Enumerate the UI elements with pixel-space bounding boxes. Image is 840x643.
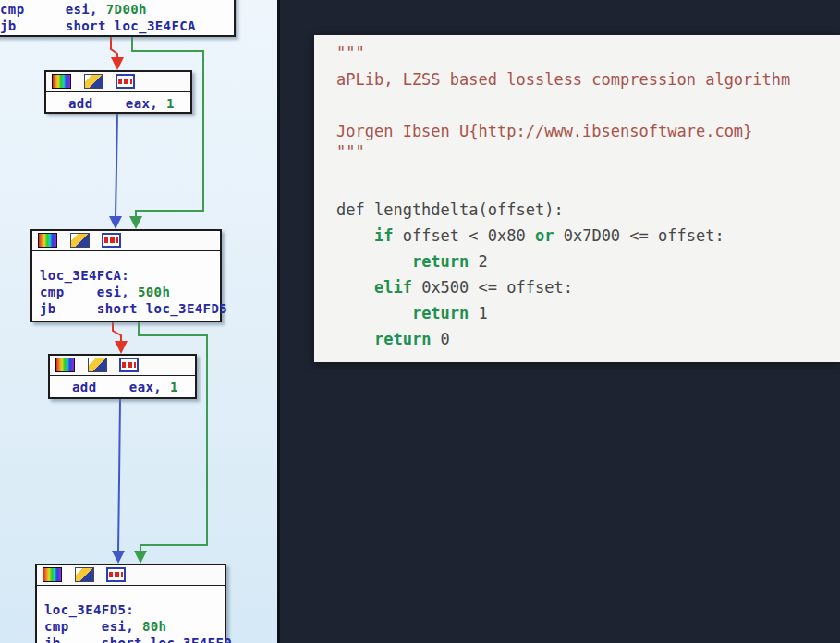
- keyword-text: elif: [374, 278, 412, 297]
- block-header: [32, 231, 220, 251]
- keyword-text: return: [374, 330, 431, 348]
- code-line: return 1: [336, 302, 488, 324]
- block-header: [46, 72, 190, 92]
- basic-block-loc-3E4FD5[interactable]: loc_3E4FD5: cmp esi, 80h jb short loc_3E…: [35, 564, 226, 643]
- disassembly-graph-pane[interactable]: cmp esi, 7D00h jb short loc_3E4FCA add e…: [0, 0, 280, 643]
- asm-text: cmp esi,: [40, 285, 138, 299]
- basic-block-loc-3E4FCA[interactable]: loc_3E4FCA: cmp esi, 500h jb short loc_3…: [30, 229, 222, 322]
- block-header: [37, 565, 225, 586]
- asm-text: jb short loc_3E4FD5: [40, 301, 227, 316]
- code-line: def lengthdelta(offset):: [336, 199, 564, 221]
- code-text: [336, 304, 412, 322]
- code-text: 0: [431, 330, 449, 348]
- code-text: 2: [469, 252, 487, 271]
- code-line: return 2: [336, 250, 488, 273]
- docstring-text: """: [336, 43, 365, 62]
- code-text: [336, 278, 374, 297]
- palette-icon[interactable]: [55, 358, 75, 372]
- asm-number: 500h: [138, 285, 170, 299]
- palette-icon[interactable]: [43, 567, 62, 582]
- keyword-text: return: [412, 304, 469, 322]
- asm-label: loc_3E4FD5:: [44, 602, 134, 617]
- code-line: aPLib, LZSS based lossless compression a…: [336, 68, 790, 91]
- screen: cmp esi, 7D00h jb short loc_3E4FCA add e…: [0, 0, 840, 643]
- docstring-text: aPLib, LZSS based lossless compression a…: [336, 70, 790, 89]
- code-text: 1: [469, 304, 487, 322]
- asm-line: jb short loc_3E4FD5: [40, 300, 220, 317]
- asm-line: cmp esi, 7D00h: [0, 1, 234, 18]
- edge-red-jump-1: [111, 37, 124, 70]
- basic-block-add-2[interactable]: add eax, 1: [48, 354, 197, 399]
- asm-label: loc_3E4FCA:: [40, 268, 129, 283]
- code-text: 0x7D00 <= offset:: [554, 226, 724, 245]
- asm-text: jb short loc_3E4FCA: [0, 18, 196, 33]
- basic-block-cmp-7d00[interactable]: cmp esi, 7D00h jb short loc_3E4FCA: [0, 0, 236, 37]
- asm-text: add eax,: [72, 380, 170, 394]
- code-text: 0x500 <= offset:: [412, 278, 573, 297]
- palette-icon[interactable]: [52, 74, 71, 89]
- asm-line: add eax, 1: [72, 379, 195, 395]
- edge-red-jump-2: [113, 322, 128, 354]
- edit-pencil-icon[interactable]: [88, 358, 107, 372]
- code-panel: """ aPLib, LZSS based lossless compressi…: [314, 35, 840, 362]
- asm-number: 7D00h: [106, 2, 147, 17]
- code-text: offset < 0x80: [393, 226, 535, 245]
- flowchart-icon[interactable]: [116, 74, 135, 89]
- asm-line: cmp esi, 500h: [40, 284, 220, 300]
- edge-green-branch-1: [129, 37, 203, 229]
- asm-text: jb short loc_3E4FE0: [44, 636, 232, 643]
- code-text: def lengthdelta(offset):: [336, 200, 564, 219]
- asm-number: 80h: [142, 619, 167, 634]
- asm-line: add eax, 1: [68, 95, 190, 112]
- edit-pencil-icon[interactable]: [75, 567, 94, 582]
- code-line: Jorgen Ibsen U{http://www.ibsensoftware.…: [336, 120, 752, 142]
- asm-line: jb short loc_3E4FCA: [0, 18, 234, 34]
- flowchart-icon[interactable]: [119, 358, 139, 372]
- basic-block-add-1[interactable]: add eax, 1: [44, 70, 192, 114]
- edge-blue-fallthrough-1: [109, 114, 122, 229]
- keyword-text: if: [374, 226, 393, 245]
- block-header: [50, 356, 195, 376]
- asm-number: 1: [170, 380, 178, 394]
- keyword-text: return: [412, 252, 469, 271]
- flowchart-icon[interactable]: [106, 567, 126, 582]
- asm-text: cmp esi,: [0, 2, 106, 17]
- asm-line: jb short loc_3E4FE0: [44, 635, 225, 643]
- code-line: elif 0x500 <= offset:: [336, 276, 573, 298]
- palette-icon[interactable]: [38, 233, 57, 248]
- asm-line: cmp esi, 80h: [44, 618, 225, 635]
- code-line: """: [336, 42, 365, 64]
- asm-text: cmp esi,: [44, 619, 142, 634]
- code-text: [336, 226, 374, 245]
- code-line: return 0: [336, 328, 450, 350]
- code-text: [336, 252, 412, 271]
- edit-pencil-icon[interactable]: [84, 74, 103, 89]
- edit-pencil-icon[interactable]: [70, 233, 90, 248]
- asm-label-line: loc_3E4FD5:: [44, 601, 225, 618]
- code-line: """: [336, 140, 365, 163]
- code-text: [336, 330, 374, 348]
- docstring-text: """: [336, 142, 365, 161]
- asm-label-line: loc_3E4FCA:: [40, 267, 220, 284]
- code-line: if offset < 0x80 or 0x7D00 <= offset:: [336, 224, 724, 247]
- flowchart-icon[interactable]: [102, 233, 121, 248]
- asm-text: add eax,: [68, 96, 166, 111]
- asm-number: 1: [166, 96, 175, 111]
- docstring-text: Jorgen Ibsen U{http://www.ibsensoftware.…: [336, 122, 752, 140]
- keyword-text: or: [535, 226, 554, 245]
- edge-blue-fallthrough-2: [112, 399, 125, 564]
